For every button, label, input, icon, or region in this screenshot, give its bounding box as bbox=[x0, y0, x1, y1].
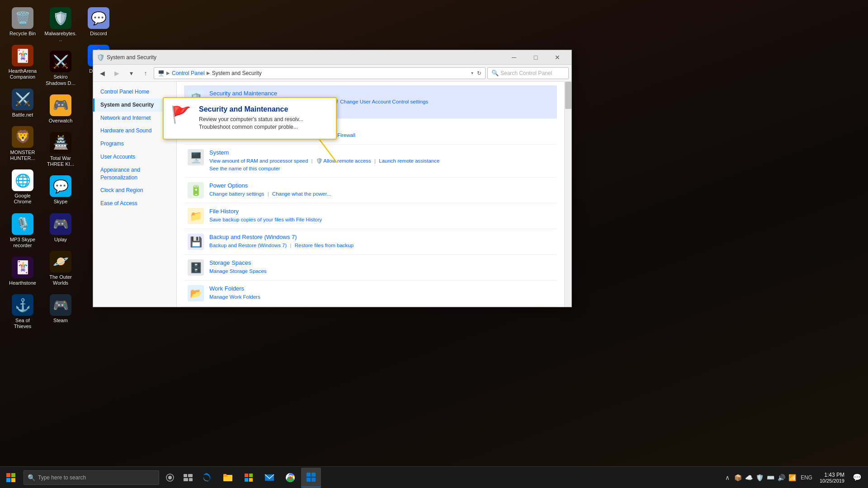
cp-item-system[interactable]: 🖥️ System View amount of RAM and process… bbox=[184, 145, 557, 178]
file-history-content: File History Save backup copies of your … bbox=[209, 208, 553, 224]
taskbar-search-icon: 🔍 bbox=[28, 474, 35, 481]
tray-lang[interactable]: ENG bbox=[799, 474, 814, 481]
outer-worlds-label: The Outer Worlds bbox=[44, 274, 77, 286]
battle-net-label: Battle.net bbox=[12, 112, 33, 118]
maximize-button[interactable]: □ bbox=[525, 50, 546, 65]
skype-icon: 💬 bbox=[50, 175, 71, 197]
link-remote-access[interactable]: 🛡️ Allow remote access bbox=[316, 158, 371, 164]
desktop-icon-battle-net[interactable]: ⚔️ Battle.net bbox=[5, 86, 41, 121]
link-backup-restore[interactable]: Backup and Restore (Windows 7) bbox=[209, 243, 287, 248]
link-ram-speed[interactable]: View amount of RAM and processor speed bbox=[209, 158, 308, 164]
desktop-icon-sekiro[interactable]: ⚔️ Sekiro Shadows D... bbox=[42, 48, 79, 89]
desktop-icon-sea-of-thieves[interactable]: ⚓ Sea of Thieves bbox=[5, 291, 41, 332]
monster-hunter-label: MONSTER HUNTER... bbox=[6, 150, 39, 161]
security-maintenance-title[interactable]: Security and Maintenance bbox=[209, 90, 553, 97]
taskbar-mail[interactable] bbox=[259, 468, 279, 488]
scrollbar[interactable] bbox=[564, 82, 571, 307]
recent-locations-button[interactable]: ▾ bbox=[125, 67, 137, 80]
link-remote-assistance[interactable]: Launch remote assistance bbox=[379, 158, 439, 164]
hearthstone-arena-icon: 🃏 bbox=[12, 45, 33, 66]
link-uac-settings[interactable]: 🛡️ Change User Account Control settings bbox=[332, 99, 428, 104]
file-history-title[interactable]: File History bbox=[209, 208, 553, 215]
sidebar-item-ease-access[interactable]: Ease of Access bbox=[93, 197, 176, 210]
power-title[interactable]: Power Options bbox=[209, 182, 553, 189]
svg-rect-42 bbox=[311, 473, 316, 477]
taskbar-chrome[interactable] bbox=[280, 468, 300, 488]
start-button[interactable] bbox=[0, 467, 22, 488]
cp-item-admin-tools[interactable]: ⚙️ Administrative Tools Free up disk spa… bbox=[184, 306, 557, 307]
desktop-icon-malwarebytes[interactable]: 🛡️ Malwarebytes... bbox=[42, 5, 79, 45]
work-folders-content: Work Folders Manage Work Folders bbox=[209, 285, 553, 301]
desktop-icon-total-war[interactable]: 🏯 Total War THREE KI... bbox=[42, 129, 79, 170]
taskbar-store[interactable] bbox=[239, 468, 259, 488]
file-history-links: Save backup copies of your files with Fi… bbox=[209, 216, 553, 224]
backup-links: Backup and Restore (Windows 7) | Restore… bbox=[209, 242, 553, 249]
tray-volume[interactable]: 🔊 bbox=[777, 473, 786, 482]
address-path[interactable]: 🖥️ ▶ Control Panel ▶ System and Security… bbox=[154, 67, 486, 79]
task-view-button[interactable] bbox=[179, 467, 197, 488]
tray-chevron[interactable]: ∧ bbox=[723, 473, 732, 482]
desktop-icon-steam[interactable]: 🎮 Steam bbox=[42, 291, 79, 326]
link-file-history-backup[interactable]: Save backup copies of your files with Fi… bbox=[209, 217, 322, 222]
search-box[interactable]: 🔍 Search Control Panel bbox=[487, 67, 569, 79]
system-clock[interactable]: 1:43 PM 10/25/2019 bbox=[816, 472, 848, 483]
tray-shield[interactable]: 🛡️ bbox=[755, 473, 764, 482]
overwatch-icon: 🎮 bbox=[50, 94, 71, 116]
minimize-button[interactable]: ─ bbox=[504, 50, 524, 65]
link-manage-work-folders[interactable]: Manage Work Folders bbox=[209, 294, 260, 300]
taskbar-edge[interactable] bbox=[197, 468, 217, 488]
cp-item-file-history[interactable]: 📁 File History Save backup copies of you… bbox=[184, 203, 557, 229]
desktop-icon-google-chrome[interactable]: 🌐 Google Chrome bbox=[5, 167, 41, 207]
system-title[interactable]: System bbox=[209, 149, 553, 156]
cp-item-storage[interactable]: 🗄️ Storage Spaces Manage Storage Spaces bbox=[184, 255, 557, 281]
desktop-icon-hearthstone-arena[interactable]: 🃏 HearthArena Companion bbox=[5, 42, 41, 83]
taskbar-search-box[interactable]: 🔍 Type here to search bbox=[24, 470, 159, 485]
backup-title[interactable]: Backup and Restore (Windows 7) bbox=[209, 234, 553, 240]
notification-center[interactable]: 💬 bbox=[850, 467, 864, 488]
desktop-icon-uplay[interactable]: 🎮 Uplay bbox=[42, 211, 79, 245]
tray-dropbox[interactable]: 📦 bbox=[734, 473, 743, 482]
cp-item-backup[interactable]: 💾 Backup and Restore (Windows 7) Backup … bbox=[184, 229, 557, 255]
up-button[interactable]: ↑ bbox=[139, 67, 152, 80]
cp-item-work-folders[interactable]: 📂 Work Folders Manage Work Folders bbox=[184, 281, 557, 306]
tray-keyboard[interactable]: ⌨️ bbox=[766, 473, 775, 482]
tray-network[interactable]: 📶 bbox=[788, 473, 797, 482]
desktop-icon-hearthstone[interactable]: 🃏 Hearthstone bbox=[5, 254, 41, 289]
cp-item-power[interactable]: 🔋 Power Options Change battery settings … bbox=[184, 178, 557, 203]
scrollbar-thumb[interactable] bbox=[565, 82, 571, 109]
link-manage-storage[interactable]: Manage Storage Spaces bbox=[209, 268, 267, 274]
svg-text:📁: 📁 bbox=[190, 210, 203, 222]
sidebar-item-clock-region[interactable]: Clock and Region bbox=[93, 184, 176, 197]
link-power-buttons[interactable]: Change what the power... bbox=[272, 191, 331, 197]
sidebar-item-appearance[interactable]: Appearance and Personalization bbox=[93, 164, 176, 184]
taskbar: 🔍 Type here to search ∧ 📦 ☁️ 🛡️ ⌨ bbox=[0, 466, 868, 488]
malwarebytes-label: Malwarebytes... bbox=[44, 31, 77, 42]
cortana-button[interactable] bbox=[161, 467, 179, 488]
link-battery-settings[interactable]: Change battery settings bbox=[209, 191, 264, 197]
tray-cloud[interactable]: ☁️ bbox=[745, 473, 754, 482]
desktop-icon-overwatch[interactable]: 🎮 Overwatch bbox=[42, 92, 79, 127]
path-control-panel[interactable]: Control Panel bbox=[172, 70, 205, 76]
taskbar-cp[interactable] bbox=[301, 468, 321, 488]
desktop-icon-discord[interactable]: 💬 Discord bbox=[80, 5, 117, 39]
link-restore-files[interactable]: Restore files from backup bbox=[295, 243, 354, 248]
sidebar-item-control-panel-home[interactable]: Control Panel Home bbox=[93, 85, 176, 99]
link-computer-name[interactable]: See the name of this computer bbox=[209, 166, 280, 171]
sidebar-item-user-accounts[interactable]: User Accounts bbox=[93, 150, 176, 164]
refresh-button[interactable]: ↻ bbox=[477, 70, 481, 76]
back-button[interactable]: ◀ bbox=[96, 67, 108, 80]
desktop-icon-mp3-skype[interactable]: 🎙️ MP3 Skype recorder bbox=[5, 211, 41, 251]
forward-button[interactable]: ▶ bbox=[110, 67, 123, 80]
path-icon: 🖥️ bbox=[158, 70, 165, 76]
desktop-icon-outer-worlds[interactable]: 🪐 The Outer Worlds bbox=[42, 248, 79, 289]
desktop-icon-skype[interactable]: 💬 Skype bbox=[42, 173, 79, 207]
window-title-text: System and Security bbox=[107, 54, 504, 61]
close-button[interactable]: ✕ bbox=[547, 50, 568, 65]
work-folders-title[interactable]: Work Folders bbox=[209, 285, 553, 292]
desktop-icon-monster-hunter[interactable]: 🦁 MONSTER HUNTER... bbox=[5, 123, 41, 164]
storage-title[interactable]: Storage Spaces bbox=[209, 259, 553, 266]
recycle-bin-label: Recycle Bin bbox=[9, 31, 36, 37]
taskbar-file-explorer[interactable] bbox=[218, 468, 238, 488]
search-placeholder-text: Search Control Panel bbox=[500, 70, 552, 76]
desktop-icon-recycle-bin[interactable]: 🗑️ Recycle Bin bbox=[5, 5, 41, 39]
